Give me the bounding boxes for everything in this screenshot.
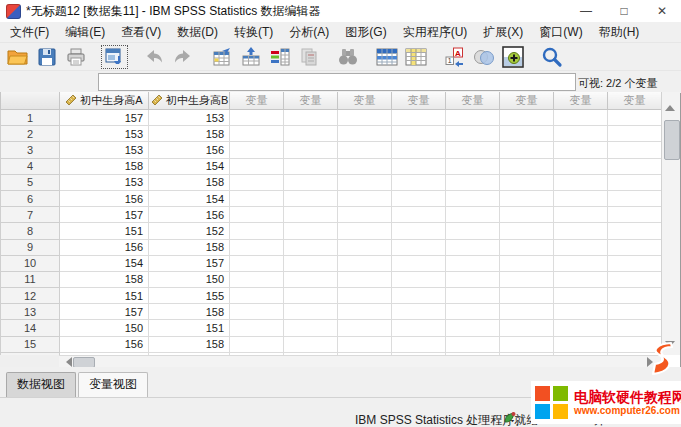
empty-cell[interactable] <box>284 174 338 190</box>
empty-cell[interactable] <box>554 158 608 174</box>
empty-cell[interactable] <box>446 239 500 255</box>
empty-cell[interactable] <box>446 304 500 320</box>
data-cell[interactable]: 153 <box>60 142 149 158</box>
data-cell[interactable]: 157 <box>149 255 230 271</box>
recall-recently-used-dialogs-button[interactable] <box>100 44 129 70</box>
data-cell[interactable]: 151 <box>60 223 149 239</box>
case-number-cell[interactable]: 1 <box>1 110 60 126</box>
empty-variable-column-header[interactable]: 变量 <box>338 92 392 110</box>
variable-column-header[interactable]: 初中生身高A <box>60 92 149 110</box>
vertical-scrollbar-thumb[interactable] <box>664 120 680 160</box>
menu-item[interactable]: 扩展(X) <box>475 22 531 43</box>
empty-cell[interactable] <box>554 239 608 255</box>
empty-cell[interactable] <box>284 239 338 255</box>
empty-cell[interactable] <box>392 126 446 142</box>
empty-cell[interactable] <box>230 255 284 271</box>
empty-cell[interactable] <box>446 158 500 174</box>
data-cell[interactable]: 150 <box>149 271 230 287</box>
empty-cell[interactable] <box>338 174 392 190</box>
empty-cell[interactable] <box>608 126 662 142</box>
data-cell[interactable]: 151 <box>149 320 230 336</box>
empty-cell[interactable] <box>392 271 446 287</box>
empty-cell[interactable] <box>608 304 662 320</box>
case-number-cell[interactable]: 3 <box>1 142 60 158</box>
empty-cell[interactable] <box>338 110 392 126</box>
value-labels-button[interactable]: A 1 <box>440 44 469 70</box>
data-cell[interactable]: 158 <box>149 174 230 190</box>
search-button[interactable] <box>537 44 566 70</box>
empty-cell[interactable] <box>230 110 284 126</box>
save-document-button[interactable] <box>32 44 61 70</box>
empty-cell[interactable] <box>230 271 284 287</box>
empty-cell[interactable] <box>392 239 446 255</box>
data-cell[interactable]: 156 <box>149 207 230 223</box>
empty-cell[interactable] <box>338 126 392 142</box>
empty-cell[interactable] <box>392 223 446 239</box>
variables-button[interactable] <box>265 44 294 70</box>
empty-cell[interactable] <box>554 110 608 126</box>
scroll-left-arrow-icon[interactable] <box>61 357 72 367</box>
empty-cell[interactable] <box>230 304 284 320</box>
data-cell[interactable]: 154 <box>149 190 230 206</box>
case-number-cell[interactable]: 10 <box>1 255 60 271</box>
empty-cell[interactable] <box>554 336 608 352</box>
data-cell[interactable]: 158 <box>149 304 230 320</box>
empty-cell[interactable] <box>500 271 554 287</box>
empty-cell[interactable] <box>392 255 446 271</box>
find-button[interactable] <box>333 44 362 70</box>
case-number-cell[interactable]: 2 <box>1 126 60 142</box>
empty-cell[interactable] <box>284 255 338 271</box>
empty-cell[interactable] <box>500 255 554 271</box>
data-cell[interactable]: 158 <box>149 126 230 142</box>
empty-cell[interactable] <box>230 223 284 239</box>
empty-cell[interactable] <box>230 158 284 174</box>
empty-variable-column-header[interactable]: 变量 <box>284 92 338 110</box>
empty-cell[interactable] <box>554 304 608 320</box>
menu-item[interactable]: 文件(F) <box>2 22 57 43</box>
close-button[interactable]: ✕ <box>643 0 681 22</box>
empty-cell[interactable] <box>554 255 608 271</box>
case-number-cell[interactable]: 13 <box>1 304 60 320</box>
empty-cell[interactable] <box>392 288 446 304</box>
empty-cell[interactable] <box>338 304 392 320</box>
data-cell[interactable]: 150 <box>60 320 149 336</box>
empty-cell[interactable] <box>230 126 284 142</box>
empty-cell[interactable] <box>500 223 554 239</box>
empty-cell[interactable] <box>392 207 446 223</box>
empty-cell[interactable] <box>230 288 284 304</box>
case-number-cell[interactable]: 14 <box>1 320 60 336</box>
empty-cell[interactable] <box>608 174 662 190</box>
empty-variable-column-header[interactable]: 变量 <box>554 92 608 110</box>
empty-cell[interactable] <box>284 126 338 142</box>
empty-cell[interactable] <box>446 336 500 352</box>
empty-cell[interactable] <box>608 271 662 287</box>
data-cell[interactable]: 156 <box>60 239 149 255</box>
empty-cell[interactable] <box>554 174 608 190</box>
empty-cell[interactable] <box>500 126 554 142</box>
menu-item[interactable]: 查看(V) <box>113 22 169 43</box>
empty-cell[interactable] <box>338 239 392 255</box>
empty-cell[interactable] <box>338 271 392 287</box>
go-to-case-button[interactable] <box>207 44 236 70</box>
empty-cell[interactable] <box>284 304 338 320</box>
empty-cell[interactable] <box>392 320 446 336</box>
empty-cell[interactable] <box>338 255 392 271</box>
data-cell[interactable]: 156 <box>60 336 149 352</box>
scroll-up-arrow-icon[interactable] <box>665 105 677 117</box>
empty-cell[interactable] <box>500 142 554 158</box>
empty-cell[interactable] <box>608 142 662 158</box>
empty-cell[interactable] <box>338 320 392 336</box>
data-cell[interactable]: 158 <box>149 239 230 255</box>
empty-cell[interactable] <box>446 110 500 126</box>
menu-item[interactable]: 分析(A) <box>281 22 337 43</box>
data-cell[interactable]: 151 <box>60 288 149 304</box>
empty-cell[interactable] <box>608 110 662 126</box>
data-cell[interactable]: 158 <box>60 158 149 174</box>
empty-cell[interactable] <box>338 190 392 206</box>
empty-cell[interactable] <box>284 320 338 336</box>
empty-cell[interactable] <box>554 126 608 142</box>
empty-cell[interactable] <box>284 336 338 352</box>
empty-cell[interactable] <box>392 336 446 352</box>
empty-cell[interactable] <box>608 320 662 336</box>
data-cell[interactable]: 157 <box>60 110 149 126</box>
